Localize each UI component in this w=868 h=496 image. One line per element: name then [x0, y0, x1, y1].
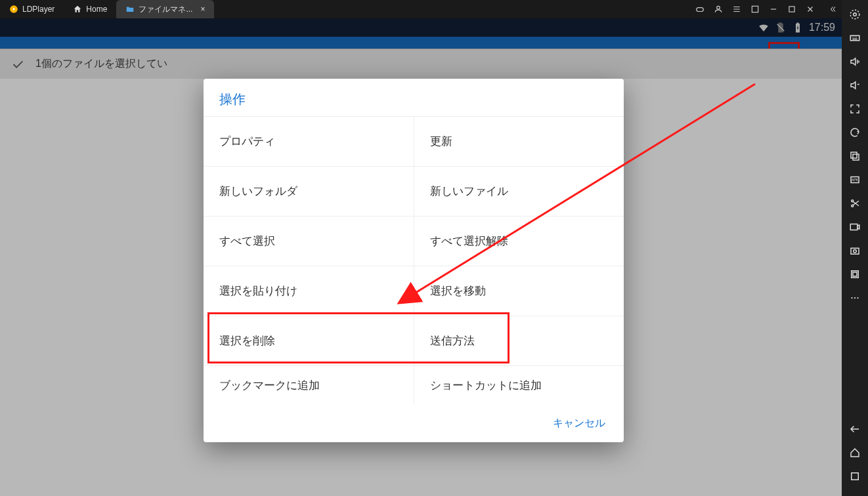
- dialog-title: 操作: [204, 79, 624, 116]
- svg-point-36: [854, 297, 856, 299]
- dialog-action-item[interactable]: ショートカットに追加: [414, 365, 624, 405]
- dialog-cancel-button[interactable]: キャンセル: [545, 411, 613, 436]
- volume-down-icon[interactable]: [846, 76, 864, 94]
- svg-point-32: [854, 250, 857, 253]
- tab-close-icon[interactable]: ×: [200, 5, 205, 14]
- dialog-action-item[interactable]: 更新: [414, 116, 624, 166]
- dialog-action-item[interactable]: ブックマークに追加: [204, 365, 414, 405]
- folder-icon: [125, 5, 135, 14]
- svg-rect-3: [752, 6, 758, 12]
- svg-point-2: [717, 6, 720, 9]
- minimize-icon[interactable]: [764, 0, 783, 18]
- svg-point-28: [852, 200, 854, 202]
- android-recent-icon[interactable]: [846, 467, 864, 486]
- record-icon[interactable]: [846, 218, 864, 236]
- svg-rect-38: [852, 473, 859, 480]
- screenshot-icon[interactable]: [846, 241, 864, 260]
- svg-point-21: [854, 13, 857, 16]
- settings-icon[interactable]: [846, 5, 864, 24]
- titlebar-home-label: Home: [86, 5, 107, 14]
- svg-rect-23: [850, 35, 859, 41]
- svg-point-35: [851, 297, 852, 299]
- dialog-action-item[interactable]: すべて選択解除: [414, 216, 624, 266]
- collapse-rail-icon[interactable]: [823, 0, 842, 18]
- close-icon[interactable]: [801, 0, 819, 18]
- emulator-titlebar: LDPlayer Home ファイルマネ... ×: [0, 0, 842, 18]
- dialog-action-item[interactable]: 選択を削除: [204, 316, 414, 365]
- volume-up-icon[interactable]: [846, 52, 864, 71]
- svg-rect-25: [853, 154, 859, 160]
- multi-instance-icon[interactable]: [846, 147, 864, 165]
- keyboard-icon[interactable]: [846, 29, 864, 47]
- maximize-icon[interactable]: [783, 0, 801, 18]
- svg-rect-1: [697, 8, 704, 12]
- svg-rect-30: [850, 224, 857, 230]
- svg-rect-34: [853, 272, 857, 276]
- actions-dialog: 操作 プロパティ更新新しいフォルダ新しいファイルすべて選択すべて選択解除選択を貼…: [204, 79, 624, 442]
- svg-point-22: [850, 10, 859, 19]
- account-icon[interactable]: [709, 0, 727, 18]
- svg-point-29: [852, 205, 854, 207]
- svg-rect-4: [789, 7, 794, 12]
- home-icon: [73, 5, 82, 14]
- dialog-action-item[interactable]: 送信方法: [414, 316, 624, 365]
- titlebar-active-tab[interactable]: ファイルマネ... ×: [116, 0, 214, 18]
- svg-point-37: [857, 297, 858, 299]
- android-back-icon[interactable]: [846, 420, 864, 438]
- menu-lines-icon[interactable]: [727, 0, 746, 18]
- sync-icon[interactable]: [846, 123, 864, 142]
- dialog-action-item[interactable]: プロパティ: [204, 116, 414, 166]
- svg-text:APK: APK: [852, 178, 859, 182]
- more-dots-icon[interactable]: [846, 289, 864, 307]
- dialog-action-item[interactable]: 新しいファイル: [414, 166, 624, 216]
- titlebar-app-name: LDPlayer: [22, 5, 54, 14]
- dialog-action-item[interactable]: 新しいフォルダ: [204, 166, 414, 216]
- fullscreen-icon[interactable]: [746, 0, 764, 18]
- titlebar-app-tab[interactable]: LDPlayer: [0, 0, 64, 18]
- ldplayer-logo-icon: [9, 5, 18, 14]
- dialog-action-item[interactable]: すべて選択: [204, 216, 414, 266]
- titlebar-active-label: ファイルマネ...: [139, 4, 192, 15]
- svg-rect-24: [851, 152, 857, 158]
- emulator-side-toolbar: APK: [842, 0, 868, 496]
- titlebar-home-tab[interactable]: Home: [64, 0, 116, 18]
- svg-rect-31: [851, 248, 859, 254]
- android-screen: 17:59 0 Pictur ..親フォルダcache2021: [0, 18, 842, 496]
- fullscreen2-icon[interactable]: [846, 100, 864, 118]
- operation-record-icon[interactable]: [846, 265, 864, 283]
- apk-icon[interactable]: APK: [846, 171, 864, 189]
- scissors-icon[interactable]: [846, 194, 864, 213]
- android-home-icon[interactable]: [846, 444, 864, 462]
- gamepad-icon[interactable]: [691, 0, 709, 18]
- dialog-action-item[interactable]: 選択を貼り付け: [204, 266, 414, 316]
- dialog-action-item[interactable]: 選択を移動: [414, 266, 624, 316]
